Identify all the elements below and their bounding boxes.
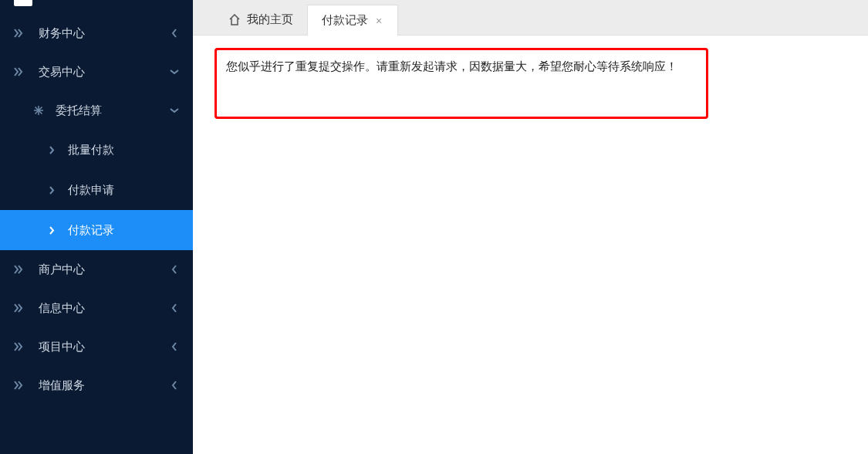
chevron-left-icon [170,265,179,274]
tab-pay-record[interactable]: 付款记录 × [307,5,398,36]
sidebar-subitem-label: 委托结算 [56,103,170,118]
tab-close-icon[interactable]: × [374,15,383,27]
sidebar-item-trade[interactable]: 交易中心 [0,53,193,91]
chevron-down-icon [170,69,179,75]
logo-bar [0,0,193,14]
tab-bar: 我的主页 付款记录 × [193,0,868,36]
home-icon [228,14,241,25]
double-chevron-icon [14,29,28,38]
sidebar-leaf-label: 付款记录 [68,223,114,238]
chevron-left-icon [170,29,179,38]
chevron-left-icon [170,342,179,351]
sidebar-leaf-label: 付款申请 [68,183,114,198]
sidebar-item-vas[interactable]: 增值服务 [0,366,193,405]
sidebar-item-label: 商户中心 [39,263,170,277]
tab-label: 付款记录 [322,13,368,28]
sidebar-item-label: 信息中心 [39,301,170,316]
chevron-down-icon [170,107,179,114]
sidebar: 财务中心 交易中心 委托结算 批量付款 付款申请 [0,0,193,454]
message-area: 您似乎进行了重复提交操作。请重新发起请求，因数据量大，希望您耐心等待系统响应！ [193,36,868,131]
chevron-left-icon [170,381,179,390]
sidebar-leaf-label: 批量付款 [68,143,114,158]
error-message-text: 您似乎进行了重复提交操作。请重新发起请求，因数据量大，希望您耐心等待系统响应！ [226,59,677,73]
double-chevron-icon [14,303,28,313]
sidebar-item-label: 增值服务 [39,378,170,393]
sidebar-leaf-pay-record[interactable]: 付款记录 [0,210,193,250]
double-chevron-icon [14,67,28,76]
chevron-right-icon [49,146,57,154]
double-chevron-icon [14,342,28,351]
chevron-right-icon [49,186,57,195]
content-area: 我的主页 付款记录 × 您似乎进行了重复提交操作。请重新发起请求，因数据量大，希… [193,0,868,454]
error-message-box: 您似乎进行了重复提交操作。请重新发起请求，因数据量大，希望您耐心等待系统响应！ [214,48,708,119]
sidebar-item-label: 财务中心 [39,26,170,41]
sidebar-item-label: 交易中心 [39,65,170,80]
double-chevron-icon [14,381,28,390]
chevron-right-icon [49,226,57,235]
tab-label: 我的主页 [247,12,293,27]
sidebar-leaf-batch-pay[interactable]: 批量付款 [0,130,193,170]
logo-icon [14,0,32,6]
tab-home[interactable]: 我的主页 [214,4,307,35]
sidebar-item-merchant[interactable]: 商户中心 [0,250,193,289]
sidebar-item-info[interactable]: 信息中心 [0,289,193,327]
sidebar-subitem-settlement[interactable]: 委托结算 [0,91,193,130]
asterisk-icon [34,106,46,115]
sidebar-leaf-pay-apply[interactable]: 付款申请 [0,170,193,210]
double-chevron-icon [14,265,28,274]
sidebar-item-project[interactable]: 项目中心 [0,327,193,366]
chevron-left-icon [170,303,179,313]
sidebar-item-finance[interactable]: 财务中心 [0,14,193,53]
sidebar-item-label: 项目中心 [39,340,170,354]
